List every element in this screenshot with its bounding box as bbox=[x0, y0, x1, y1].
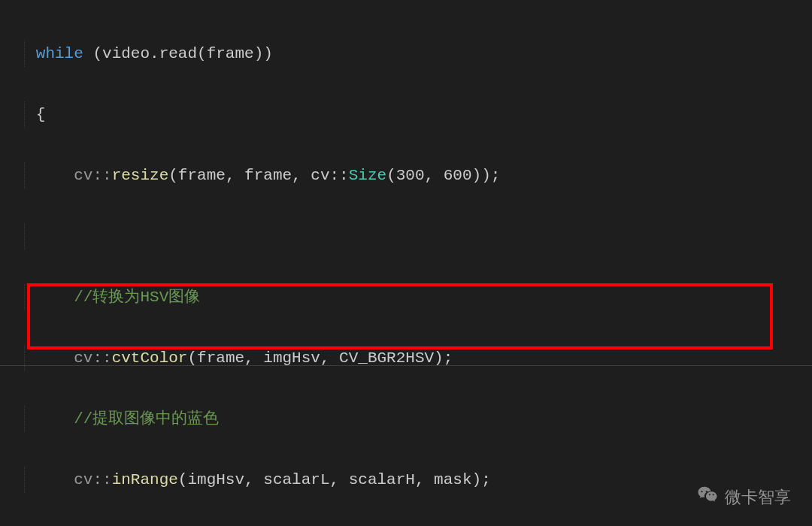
horizontal-rule bbox=[0, 365, 812, 366]
fn-resize: resize bbox=[112, 167, 169, 184]
keyword-while: while bbox=[36, 45, 83, 62]
comment-blue: //提取图像中的蓝色 bbox=[74, 410, 219, 428]
comment-hsv: //转换为HSV图像 bbox=[74, 289, 200, 306]
fn-inrange: inRange bbox=[112, 471, 178, 488]
while-condition bbox=[83, 45, 93, 62]
code-editor[interactable]: while (video.read(frame)) { cv::resize(f… bbox=[0, 0, 812, 526]
watermark-text: 微卡智享 bbox=[725, 486, 791, 509]
wechat-icon bbox=[696, 484, 725, 511]
brace-open: { bbox=[36, 106, 46, 123]
ns-cv: cv:: bbox=[74, 167, 111, 184]
type-size: Size bbox=[349, 167, 386, 184]
fn-cvtcolor: cvtColor bbox=[112, 349, 188, 367]
watermark: 微卡智享 bbox=[696, 484, 791, 511]
